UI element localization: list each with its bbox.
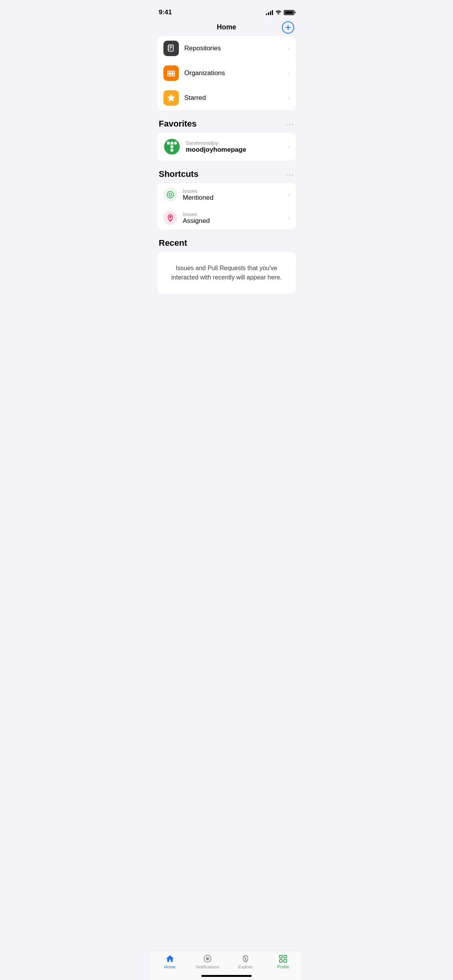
recent-section-header: Recent <box>151 230 302 252</box>
issues-mentioned-icon <box>163 188 177 202</box>
favorite-chevron: › <box>288 144 290 150</box>
shortcuts-section-header: Shortcuts ··· <box>151 161 302 183</box>
issues-assigned-icon <box>163 211 177 225</box>
shortcut-mentioned-text: Issues Mentioned <box>183 188 288 202</box>
add-button[interactable] <box>282 21 294 34</box>
svg-rect-9 <box>170 71 172 74</box>
svg-rect-10 <box>173 71 175 74</box>
svg-rect-20 <box>170 149 173 151</box>
shortcut-mentioned-item[interactable]: Issues Mentioned › <box>157 183 296 206</box>
nav-header: Home <box>151 19 302 36</box>
repositories-icon <box>163 41 179 56</box>
svg-rect-7 <box>168 46 169 51</box>
assigned-chevron: › <box>288 215 290 221</box>
wifi-icon <box>275 10 281 15</box>
organizations-item[interactable]: Organizations › <box>157 61 296 86</box>
repositories-label: Repositories <box>184 45 288 52</box>
status-bar: 9:41 <box>151 0 302 19</box>
svg-point-22 <box>169 194 172 196</box>
repo-info: Sarahmoodjoy moodjoyhomepage <box>186 140 288 154</box>
mentioned-chevron: › <box>288 192 290 198</box>
svg-rect-13 <box>173 74 175 76</box>
shortcut-assigned-text: Issues Assigned <box>183 211 288 225</box>
shortcuts-more-button[interactable]: ··· <box>285 170 294 179</box>
shortcut-mentioned-category: Issues <box>183 188 288 194</box>
starred-label: Starred <box>184 94 288 102</box>
recent-empty-text: Issues and Pull Requests that you've int… <box>165 264 288 282</box>
repo-avatar <box>163 138 180 155</box>
svg-rect-4 <box>169 46 172 47</box>
favorites-more-button[interactable]: ··· <box>285 120 294 128</box>
page-title: Home <box>217 23 236 31</box>
svg-rect-18 <box>174 142 177 144</box>
svg-rect-17 <box>170 142 173 144</box>
svg-point-23 <box>170 216 171 218</box>
svg-rect-11 <box>168 74 170 76</box>
repositories-item[interactable]: Repositories › <box>157 36 296 61</box>
starred-chevron: › <box>288 95 290 101</box>
favorites-section-header: Favorites ··· <box>151 110 302 133</box>
shortcut-assigned-item[interactable]: Issues Assigned › <box>157 206 296 230</box>
organizations-chevron: › <box>288 70 290 76</box>
repositories-chevron: › <box>288 45 290 51</box>
svg-rect-12 <box>170 74 172 76</box>
svg-rect-8 <box>168 71 170 74</box>
favorite-repo-item[interactable]: Sarahmoodjoy moodjoyhomepage › <box>157 133 296 161</box>
favorites-title: Favorites <box>159 119 197 129</box>
starred-icon <box>163 90 179 106</box>
svg-rect-5 <box>169 47 172 48</box>
recent-empty-card: Issues and Pull Requests that you've int… <box>157 252 296 294</box>
shortcut-assigned-title: Assigned <box>183 217 288 225</box>
battery-icon <box>284 10 294 15</box>
shortcut-assigned-category: Issues <box>183 211 288 217</box>
status-icons <box>266 10 294 15</box>
svg-rect-16 <box>167 142 170 144</box>
organizations-icon <box>163 65 179 81</box>
status-time: 9:41 <box>159 9 172 16</box>
svg-rect-6 <box>169 49 171 50</box>
starred-item[interactable]: Starred › <box>157 86 296 110</box>
shortcuts-title: Shortcuts <box>159 169 199 179</box>
favorites-card: Sarahmoodjoy moodjoyhomepage › <box>157 133 296 161</box>
repo-name: moodjoyhomepage <box>186 146 288 154</box>
repo-owner: Sarahmoodjoy <box>186 140 288 146</box>
svg-point-21 <box>167 192 174 198</box>
svg-point-0 <box>278 14 279 15</box>
organizations-label: Organizations <box>184 69 288 77</box>
signal-bars-icon <box>266 10 273 15</box>
shortcut-mentioned-title: Mentioned <box>183 194 288 202</box>
svg-rect-19 <box>170 145 173 148</box>
shortcuts-card: Issues Mentioned › Issues Assigned › <box>157 183 296 230</box>
main-nav-card: Repositories › Organizations › <box>157 36 296 110</box>
svg-marker-14 <box>168 94 175 101</box>
recent-title: Recent <box>159 238 187 248</box>
